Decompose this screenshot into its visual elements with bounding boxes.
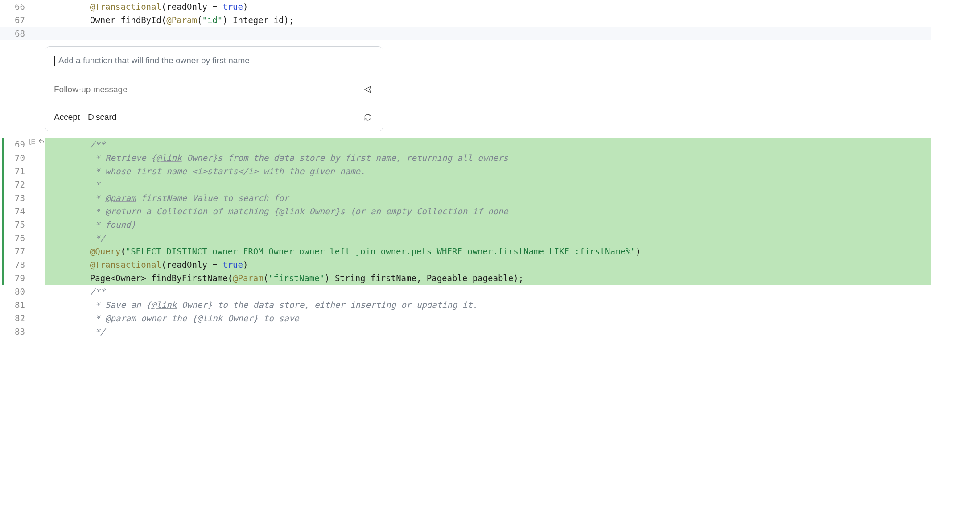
refresh-icon bbox=[364, 113, 372, 121]
editor-right-margin bbox=[931, 205, 980, 218]
code-line[interactable]: */ bbox=[45, 325, 931, 338]
editor-right-margin bbox=[931, 164, 980, 178]
line-number: 68 bbox=[0, 27, 45, 40]
editor-right-margin bbox=[931, 325, 980, 338]
code-line[interactable]: */ bbox=[45, 231, 931, 245]
code-line[interactable]: * Retrieve {@link Owner}s from the data … bbox=[45, 151, 931, 164]
editor-right-margin bbox=[931, 311, 980, 325]
code-line[interactable]: * whose first name <i>starts</i> with th… bbox=[45, 164, 931, 178]
code-line[interactable]: @Query("SELECT DISTINCT owner FROM Owner… bbox=[45, 245, 931, 258]
code-line[interactable]: * @param owner the {@link Owner} to save bbox=[45, 311, 931, 325]
code-line[interactable]: * bbox=[45, 178, 931, 191]
editor-right-margin bbox=[931, 298, 980, 311]
line-number: 75 bbox=[0, 218, 45, 231]
line-number: 71 bbox=[0, 164, 45, 178]
editor-right-margin bbox=[931, 0, 980, 13]
code-editor[interactable]: 66 @Transactional(readOnly = true) 67 Ow… bbox=[0, 0, 980, 338]
code-line[interactable]: Page<Owner> findByFirstName(@Param("firs… bbox=[45, 271, 931, 285]
regenerate-button[interactable] bbox=[362, 111, 374, 123]
editor-right-margin bbox=[931, 231, 980, 245]
line-number: 82 bbox=[0, 311, 45, 325]
code-line[interactable]: Owner findById(@Param("id") Integer id); bbox=[45, 13, 931, 27]
editor-right-margin bbox=[931, 245, 980, 258]
code-line[interactable]: @Transactional(readOnly = true) bbox=[45, 0, 931, 13]
line-number: 70 bbox=[0, 151, 45, 164]
code-line[interactable]: * found) bbox=[45, 218, 931, 231]
code-line[interactable]: /** bbox=[45, 138, 931, 151]
line-number: 72 bbox=[0, 178, 45, 191]
code-line[interactable]: /** bbox=[45, 285, 931, 298]
editor-right-margin bbox=[931, 285, 980, 298]
line-number: 76 bbox=[0, 231, 45, 245]
ai-suggestion-panel: Add a function that will find the owner … bbox=[45, 46, 383, 131]
gutter-spacer bbox=[0, 40, 45, 138]
svg-rect-0 bbox=[30, 139, 31, 144]
code-line[interactable]: * @param firstName Value to search for bbox=[45, 191, 931, 205]
line-number: 80 bbox=[0, 285, 45, 298]
editor-right-margin bbox=[931, 178, 980, 191]
send-button[interactable] bbox=[362, 83, 374, 96]
accept-button[interactable]: Accept bbox=[54, 111, 80, 124]
ai-suggestion-panel-slot: Add a function that will find the owner … bbox=[45, 40, 931, 138]
line-number: 79 bbox=[0, 271, 45, 285]
caret-icon bbox=[54, 56, 55, 66]
ai-prompt-text: Add a function that will find the owner … bbox=[58, 54, 250, 67]
followup-input[interactable] bbox=[54, 85, 362, 94]
code-line[interactable]: * Save an {@link Owner} to the data stor… bbox=[45, 298, 931, 311]
discard-button[interactable]: Discard bbox=[88, 111, 116, 124]
code-line[interactable]: * @return a Collection of matching {@lin… bbox=[45, 205, 931, 218]
editor-right-margin bbox=[931, 27, 980, 40]
editor-right-margin bbox=[931, 191, 980, 205]
editor-right-margin bbox=[931, 138, 980, 151]
line-number: 77 bbox=[0, 245, 45, 258]
line-number: 74 bbox=[0, 205, 45, 218]
editor-right-margin bbox=[931, 258, 980, 271]
line-number: 81 bbox=[0, 298, 45, 311]
code-line[interactable]: @Transactional(readOnly = true) bbox=[45, 258, 931, 271]
line-number: 73 bbox=[0, 191, 45, 205]
diff-compare-icon[interactable] bbox=[29, 138, 37, 146]
ai-prompt-display: Add a function that will find the owner … bbox=[54, 54, 374, 70]
line-number: 83 bbox=[0, 325, 45, 338]
editor-right-margin bbox=[931, 271, 980, 285]
send-icon bbox=[363, 85, 372, 94]
line-number: 67 bbox=[0, 13, 45, 27]
editor-right-margin bbox=[931, 151, 980, 164]
editor-right-margin bbox=[931, 13, 980, 27]
editor-right-margin bbox=[931, 218, 980, 231]
line-number: 66 bbox=[0, 0, 45, 13]
editor-right-margin bbox=[931, 40, 980, 138]
line-number: 69 bbox=[0, 138, 45, 151]
code-line[interactable] bbox=[45, 27, 931, 40]
line-number: 78 bbox=[0, 258, 45, 271]
